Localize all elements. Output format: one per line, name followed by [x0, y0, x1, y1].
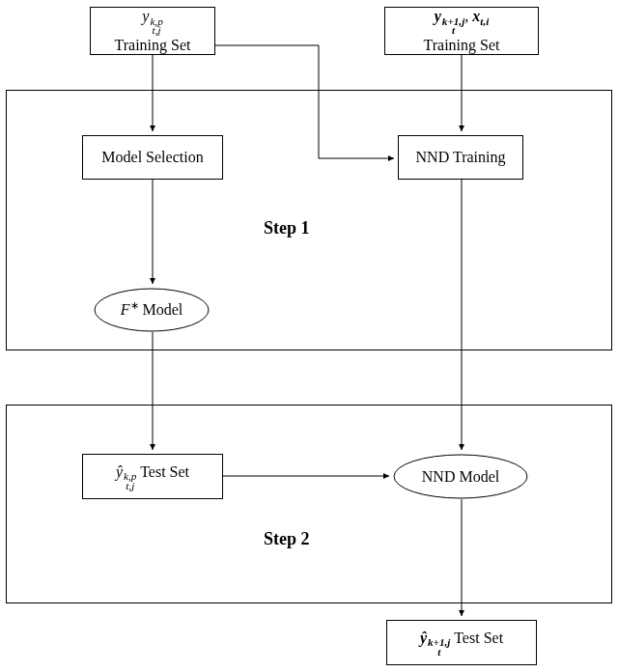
node-nnd-training: NND Training	[398, 135, 523, 180]
step2-label: Step 2	[264, 529, 310, 549]
yk1-subtitle: Training Set	[424, 36, 500, 56]
nnd-model-label: NND Model	[418, 468, 503, 486]
step1-label: Step 1	[264, 218, 310, 238]
nnd-training-label: NND Training	[416, 148, 506, 168]
node-nnd-model: NND Model	[393, 454, 528, 499]
fstar-math: F∗ Model	[117, 301, 187, 319]
node-ykp-training-set: yk,pt,j Training Set	[90, 7, 215, 55]
node-final-test-set: ŷk+1,jt Test Set	[386, 620, 537, 665]
ykp-subtitle: Training Set	[115, 36, 191, 56]
model-selection-label: Model Selection	[101, 148, 203, 168]
node-yk1-xti-training-set: yk+1,jt, xt,i Training Set	[384, 7, 539, 55]
final-math: ŷk+1,jt Test Set	[420, 629, 503, 658]
node-model-selection: Model Selection	[82, 135, 223, 180]
node-fstar-model: F∗ Model	[94, 288, 210, 332]
yk1-math: yk+1,jt, xt,i	[435, 7, 490, 36]
yhat-math: ŷk,pt,j Test Set	[116, 462, 189, 491]
step2-container	[6, 405, 612, 603]
diagram-stage: Step 1 Step 2 yk,pt,j Training Set yk+1,…	[0, 0, 618, 672]
node-yhat-test-set: ŷk,pt,j Test Set	[82, 454, 223, 499]
ykp-math: yk,pt,j	[142, 7, 162, 36]
